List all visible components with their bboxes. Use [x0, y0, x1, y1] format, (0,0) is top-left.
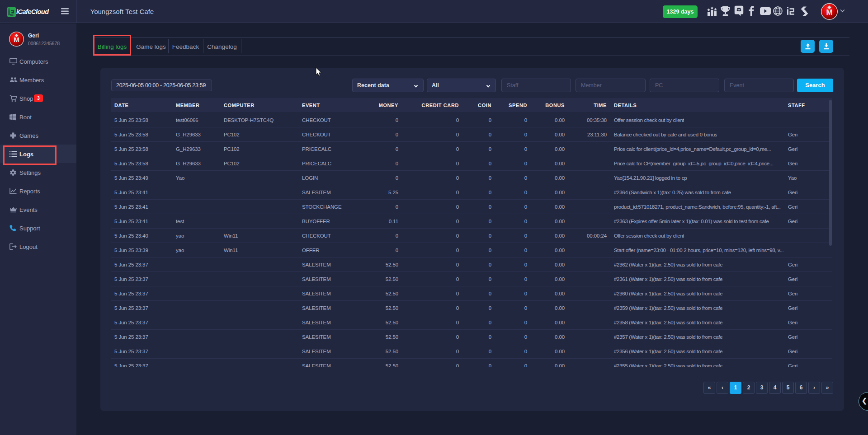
svg-text:M: M [826, 8, 832, 17]
